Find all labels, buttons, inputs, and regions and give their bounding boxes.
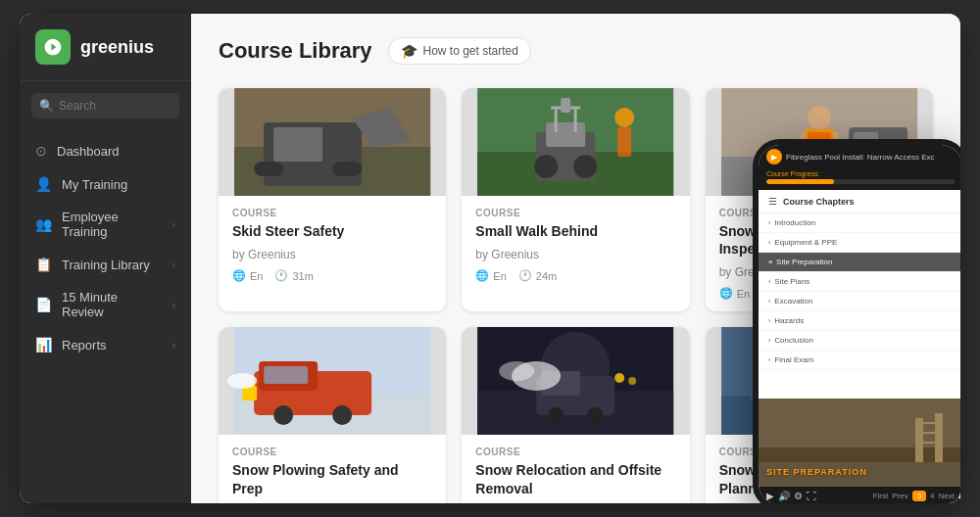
chapter-arrow-icon: › [768, 356, 770, 363]
progress-section: Course Progress: [759, 168, 960, 190]
nav-next[interactable]: Next [939, 492, 955, 500]
sidebar-item-label: 15 Minute Review [62, 290, 163, 319]
course-card-snow-plowing[interactable]: COURSE Snow Plowing Safety and Prep by G… [219, 327, 446, 503]
chapter-arrow-icon: ≡ [768, 258, 772, 265]
course-label: COURSE [232, 446, 432, 457]
my-training-icon: 👤 [35, 176, 52, 192]
progress-track [766, 179, 955, 184]
course-name: Small Walk Behind [475, 222, 675, 240]
nav-total: 4 [930, 492, 934, 500]
phone-header: ▶ Fibreglass Pool Install: Narrow Access… [759, 145, 960, 168]
volume-icon[interactable]: 🔊 [778, 491, 790, 501]
sidebar-item-label: Dashboard [57, 144, 120, 159]
course-name: Skid Steer Safety [232, 222, 432, 240]
15-minute-icon: 📄 [35, 297, 52, 312]
play-button[interactable]: ▶ [766, 491, 774, 501]
sidebar: greenius 🔍 ⊙ Dashboard 👤 My Training 👥 E… [20, 14, 191, 503]
chapter-label: Introduction [774, 218, 815, 227]
chapter-item-introduction[interactable]: › Introduction [759, 213, 960, 233]
phone-screen: ▶ Fibreglass Pool Install: Narrow Access… [759, 145, 960, 503]
sidebar-logo: greenius [20, 14, 191, 81]
chapters-header: ☰ Course Chapters [759, 190, 960, 213]
chapter-item-site-prep[interactable]: ≡ Site Preparation [759, 253, 960, 272]
chapters-title: Course Chapters [783, 197, 855, 207]
course-author: by Greenius [475, 248, 675, 261]
page-title: Course Library [219, 38, 372, 64]
settings-icon[interactable]: ⚙ [794, 491, 803, 501]
course-card-skid-steer[interactable]: COURSE Skid Steer Safety by Greenius 🌐 E… [219, 88, 446, 311]
globe-icon: 🌐 [719, 287, 733, 300]
chapter-label: Site Preparation [776, 258, 832, 266]
chapter-arrow-icon: › [768, 317, 770, 324]
course-card-walk-behind[interactable]: COURSE Small Walk Behind by Greenius 🌐 E… [462, 88, 689, 311]
phone-mockup: ▶ Fibreglass Pool Install: Narrow Access… [753, 139, 960, 503]
course-image-snow-relocation [462, 327, 689, 435]
sidebar-item-dashboard[interactable]: ⊙ Dashboard [20, 134, 191, 167]
svg-point-37 [227, 373, 257, 389]
svg-rect-9 [546, 122, 585, 147]
dashboard-icon: ⊙ [35, 143, 47, 159]
course-duration: 🕐 31m [274, 269, 313, 282]
sidebar-item-reports[interactable]: 📊 Reports › [20, 328, 191, 361]
sidebar-item-training-library[interactable]: 📋 Training Library › [20, 248, 191, 281]
video-controls: ▶ 🔊 ⚙ ⛶ [766, 491, 816, 501]
sidebar-item-employee-training[interactable]: 👥 Employee Training › [20, 201, 191, 248]
search-icon: 🔍 [39, 99, 54, 113]
chapter-arrow-icon: › [768, 278, 770, 285]
chapter-arrow-icon: › [768, 298, 770, 305]
nav-prev[interactable]: Prev [892, 492, 907, 500]
course-lang: 🌐 En [719, 287, 750, 300]
progress-fill [766, 179, 834, 184]
chapter-label: Final Exam [774, 355, 813, 364]
course-label: COURSE [475, 208, 675, 218]
main-header: Course Library 🎓 How to get started [219, 37, 933, 65]
phone-chapters: ☰ Course Chapters › Introduction › Equip… [759, 190, 960, 399]
reports-icon: 📊 [35, 337, 52, 352]
chapter-item-final-exam[interactable]: › Final Exam [759, 351, 960, 370]
phone-play-icon: ▶ [766, 149, 782, 164]
sidebar-item-label: Reports [62, 338, 107, 352]
svg-rect-5 [332, 162, 362, 176]
chevron-right-icon: › [172, 219, 175, 230]
sidebar-item-15-minute-review[interactable]: 📄 15 Minute Review › [20, 281, 191, 328]
nav-first[interactable]: First [873, 492, 889, 500]
chapter-item-hazards[interactable]: › Hazards [759, 311, 960, 331]
sidebar-item-label: Employee Training [62, 210, 163, 239]
svg-point-46 [587, 407, 603, 423]
chapter-item-equipment[interactable]: › Equipment & PPE [759, 233, 960, 253]
svg-point-11 [573, 155, 597, 178]
phone-header-title: Fibreglass Pool Install: Narrow Access E… [786, 153, 935, 162]
info-icon: 🎓 [401, 43, 417, 59]
svg-rect-33 [264, 366, 308, 384]
how-to-started-button[interactable]: 🎓 How to get started [388, 37, 531, 65]
course-image-walk-behind [462, 88, 689, 196]
svg-point-16 [614, 108, 634, 127]
fullscreen-icon[interactable]: ⛶ [807, 491, 816, 501]
course-card-body: COURSE Skid Steer Safety by Greenius 🌐 E… [219, 196, 446, 294]
sidebar-nav: ⊙ Dashboard 👤 My Training 👥 Employee Tra… [20, 130, 191, 503]
chapter-item-site-plans[interactable]: › Site Plans [759, 272, 960, 292]
svg-point-48 [628, 377, 636, 385]
chapter-navigation: First Prev 3 4 Next [873, 491, 955, 501]
course-meta: 🌐 En 🕐 31m [232, 269, 432, 282]
svg-point-20 [808, 106, 831, 129]
chapter-label: Hazards [774, 316, 804, 325]
course-name: Snow Relocation and Offsite Removal [475, 461, 675, 496]
progress-label: Course Progress: [766, 170, 955, 177]
chapter-item-excavation[interactable]: › Excavation [759, 292, 960, 311]
site-prep-overlay: SITE PREPARATION [766, 461, 867, 479]
sidebar-item-my-training[interactable]: 👤 My Training [20, 167, 191, 201]
training-library-icon: 📋 [35, 257, 52, 272]
course-label: COURSE [475, 446, 675, 457]
svg-point-10 [534, 155, 558, 178]
chapter-arrow-icon: › [768, 239, 770, 246]
course-card-snow-relocation[interactable]: COURSE Snow Relocation and Offsite Remov… [462, 327, 689, 503]
chapter-item-conclusion[interactable]: › Conclusion [759, 331, 960, 351]
site-prep-text: SITE PREPARATION [766, 467, 867, 477]
clock-icon: 🕐 [518, 269, 532, 282]
chapter-label: Equipment & PPE [774, 238, 837, 247]
app-container: greenius 🔍 ⊙ Dashboard 👤 My Training 👥 E… [20, 14, 960, 503]
svg-rect-17 [617, 127, 631, 157]
svg-point-47 [614, 373, 624, 383]
chevron-right-icon: › [172, 300, 175, 310]
